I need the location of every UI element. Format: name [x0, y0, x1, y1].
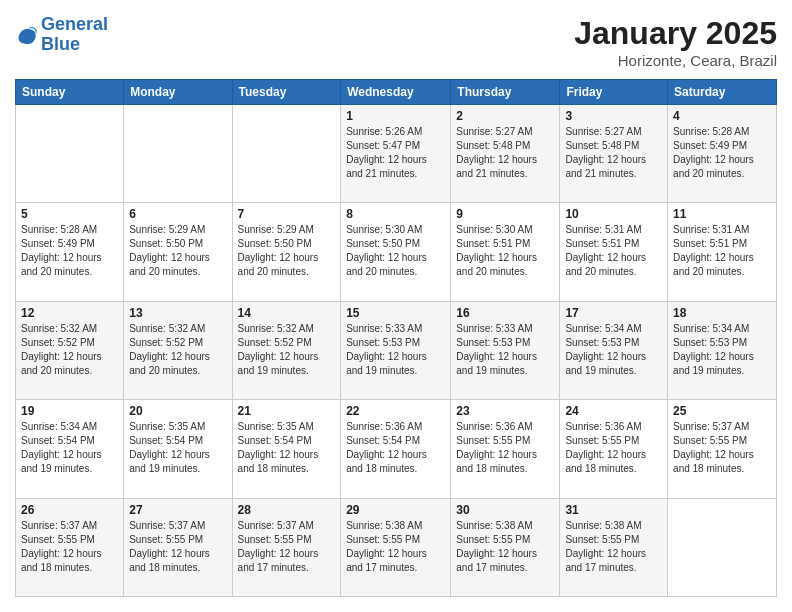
day-info: Sunrise: 5:33 AM Sunset: 5:53 PM Dayligh… [346, 322, 445, 378]
day-number: 16 [456, 306, 554, 320]
day-info: Sunrise: 5:37 AM Sunset: 5:55 PM Dayligh… [21, 519, 118, 575]
day-number: 31 [565, 503, 662, 517]
day-cell: 15Sunrise: 5:33 AM Sunset: 5:53 PM Dayli… [341, 301, 451, 399]
week-row-0: 1Sunrise: 5:26 AM Sunset: 5:47 PM Daylig… [16, 105, 777, 203]
day-info: Sunrise: 5:38 AM Sunset: 5:55 PM Dayligh… [565, 519, 662, 575]
day-info: Sunrise: 5:38 AM Sunset: 5:55 PM Dayligh… [346, 519, 445, 575]
day-info: Sunrise: 5:38 AM Sunset: 5:55 PM Dayligh… [456, 519, 554, 575]
header: General Blue January 2025 Horizonte, Cea… [15, 15, 777, 69]
day-info: Sunrise: 5:36 AM Sunset: 5:55 PM Dayligh… [565, 420, 662, 476]
day-info: Sunrise: 5:29 AM Sunset: 5:50 PM Dayligh… [129, 223, 226, 279]
day-number: 19 [21, 404, 118, 418]
day-cell: 11Sunrise: 5:31 AM Sunset: 5:51 PM Dayli… [668, 203, 777, 301]
day-cell: 29Sunrise: 5:38 AM Sunset: 5:55 PM Dayli… [341, 498, 451, 596]
day-info: Sunrise: 5:37 AM Sunset: 5:55 PM Dayligh… [238, 519, 336, 575]
day-info: Sunrise: 5:31 AM Sunset: 5:51 PM Dayligh… [565, 223, 662, 279]
day-info: Sunrise: 5:37 AM Sunset: 5:55 PM Dayligh… [129, 519, 226, 575]
day-number: 27 [129, 503, 226, 517]
day-info: Sunrise: 5:35 AM Sunset: 5:54 PM Dayligh… [238, 420, 336, 476]
day-info: Sunrise: 5:34 AM Sunset: 5:54 PM Dayligh… [21, 420, 118, 476]
day-info: Sunrise: 5:32 AM Sunset: 5:52 PM Dayligh… [21, 322, 118, 378]
day-number: 20 [129, 404, 226, 418]
day-number: 15 [346, 306, 445, 320]
day-number: 14 [238, 306, 336, 320]
day-cell: 4Sunrise: 5:28 AM Sunset: 5:49 PM Daylig… [668, 105, 777, 203]
weekday-header-thursday: Thursday [451, 80, 560, 105]
day-info: Sunrise: 5:28 AM Sunset: 5:49 PM Dayligh… [673, 125, 771, 181]
day-cell: 18Sunrise: 5:34 AM Sunset: 5:53 PM Dayli… [668, 301, 777, 399]
day-number: 4 [673, 109, 771, 123]
week-row-4: 26Sunrise: 5:37 AM Sunset: 5:55 PM Dayli… [16, 498, 777, 596]
day-info: Sunrise: 5:34 AM Sunset: 5:53 PM Dayligh… [673, 322, 771, 378]
day-cell [124, 105, 232, 203]
day-cell [16, 105, 124, 203]
day-info: Sunrise: 5:27 AM Sunset: 5:48 PM Dayligh… [565, 125, 662, 181]
day-cell: 3Sunrise: 5:27 AM Sunset: 5:48 PM Daylig… [560, 105, 668, 203]
weekday-header-friday: Friday [560, 80, 668, 105]
weekday-header-row: SundayMondayTuesdayWednesdayThursdayFrid… [16, 80, 777, 105]
day-info: Sunrise: 5:35 AM Sunset: 5:54 PM Dayligh… [129, 420, 226, 476]
day-number: 24 [565, 404, 662, 418]
day-cell: 20Sunrise: 5:35 AM Sunset: 5:54 PM Dayli… [124, 400, 232, 498]
day-number: 11 [673, 207, 771, 221]
day-number: 23 [456, 404, 554, 418]
logo: General Blue [15, 15, 108, 55]
day-cell: 9Sunrise: 5:30 AM Sunset: 5:51 PM Daylig… [451, 203, 560, 301]
day-number: 21 [238, 404, 336, 418]
day-cell: 27Sunrise: 5:37 AM Sunset: 5:55 PM Dayli… [124, 498, 232, 596]
day-cell: 22Sunrise: 5:36 AM Sunset: 5:54 PM Dayli… [341, 400, 451, 498]
title-section: January 2025 Horizonte, Ceara, Brazil [574, 15, 777, 69]
day-cell: 8Sunrise: 5:30 AM Sunset: 5:50 PM Daylig… [341, 203, 451, 301]
day-info: Sunrise: 5:31 AM Sunset: 5:51 PM Dayligh… [673, 223, 771, 279]
day-number: 8 [346, 207, 445, 221]
day-number: 26 [21, 503, 118, 517]
day-cell [232, 105, 341, 203]
logo-icon [15, 23, 39, 47]
day-number: 18 [673, 306, 771, 320]
week-row-3: 19Sunrise: 5:34 AM Sunset: 5:54 PM Dayli… [16, 400, 777, 498]
day-cell: 13Sunrise: 5:32 AM Sunset: 5:52 PM Dayli… [124, 301, 232, 399]
weekday-header-saturday: Saturday [668, 80, 777, 105]
day-cell: 10Sunrise: 5:31 AM Sunset: 5:51 PM Dayli… [560, 203, 668, 301]
weekday-header-wednesday: Wednesday [341, 80, 451, 105]
day-cell: 1Sunrise: 5:26 AM Sunset: 5:47 PM Daylig… [341, 105, 451, 203]
week-row-1: 5Sunrise: 5:28 AM Sunset: 5:49 PM Daylig… [16, 203, 777, 301]
day-cell: 25Sunrise: 5:37 AM Sunset: 5:55 PM Dayli… [668, 400, 777, 498]
day-cell: 17Sunrise: 5:34 AM Sunset: 5:53 PM Dayli… [560, 301, 668, 399]
day-number: 13 [129, 306, 226, 320]
day-info: Sunrise: 5:26 AM Sunset: 5:47 PM Dayligh… [346, 125, 445, 181]
logo-line1: General [41, 14, 108, 34]
day-info: Sunrise: 5:32 AM Sunset: 5:52 PM Dayligh… [129, 322, 226, 378]
day-cell: 26Sunrise: 5:37 AM Sunset: 5:55 PM Dayli… [16, 498, 124, 596]
day-info: Sunrise: 5:37 AM Sunset: 5:55 PM Dayligh… [673, 420, 771, 476]
day-info: Sunrise: 5:29 AM Sunset: 5:50 PM Dayligh… [238, 223, 336, 279]
day-number: 6 [129, 207, 226, 221]
day-cell: 30Sunrise: 5:38 AM Sunset: 5:55 PM Dayli… [451, 498, 560, 596]
day-number: 5 [21, 207, 118, 221]
logo-line2: Blue [41, 34, 80, 54]
day-number: 1 [346, 109, 445, 123]
day-cell: 24Sunrise: 5:36 AM Sunset: 5:55 PM Dayli… [560, 400, 668, 498]
calendar-table: SundayMondayTuesdayWednesdayThursdayFrid… [15, 79, 777, 597]
weekday-header-sunday: Sunday [16, 80, 124, 105]
day-number: 25 [673, 404, 771, 418]
day-number: 2 [456, 109, 554, 123]
page: General Blue January 2025 Horizonte, Cea… [0, 0, 792, 612]
day-info: Sunrise: 5:36 AM Sunset: 5:54 PM Dayligh… [346, 420, 445, 476]
day-cell: 19Sunrise: 5:34 AM Sunset: 5:54 PM Dayli… [16, 400, 124, 498]
day-number: 9 [456, 207, 554, 221]
day-number: 17 [565, 306, 662, 320]
calendar-title: January 2025 [574, 15, 777, 52]
day-number: 28 [238, 503, 336, 517]
day-info: Sunrise: 5:34 AM Sunset: 5:53 PM Dayligh… [565, 322, 662, 378]
day-cell: 31Sunrise: 5:38 AM Sunset: 5:55 PM Dayli… [560, 498, 668, 596]
day-cell: 23Sunrise: 5:36 AM Sunset: 5:55 PM Dayli… [451, 400, 560, 498]
day-cell: 12Sunrise: 5:32 AM Sunset: 5:52 PM Dayli… [16, 301, 124, 399]
logo-text: General Blue [41, 15, 108, 55]
day-cell: 14Sunrise: 5:32 AM Sunset: 5:52 PM Dayli… [232, 301, 341, 399]
day-cell: 21Sunrise: 5:35 AM Sunset: 5:54 PM Dayli… [232, 400, 341, 498]
day-info: Sunrise: 5:30 AM Sunset: 5:51 PM Dayligh… [456, 223, 554, 279]
day-cell: 2Sunrise: 5:27 AM Sunset: 5:48 PM Daylig… [451, 105, 560, 203]
day-number: 29 [346, 503, 445, 517]
day-cell: 28Sunrise: 5:37 AM Sunset: 5:55 PM Dayli… [232, 498, 341, 596]
